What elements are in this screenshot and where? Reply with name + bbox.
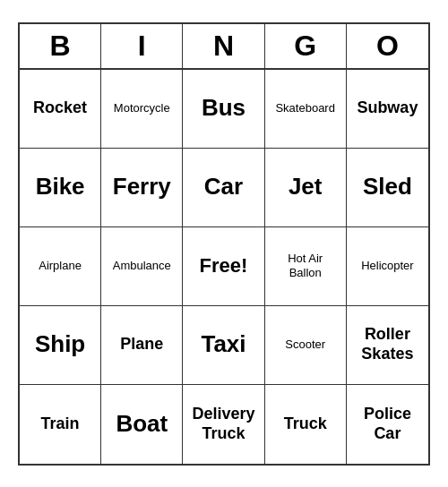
cell-text: Motorcycle [114,101,170,115]
bingo-cell: Jet [265,149,347,227]
bingo-cell: Ambulance [101,227,183,306]
bingo-cell: Train [20,385,101,464]
cell-text: Delivery Truck [192,405,254,443]
bingo-header: BINGO [20,24,428,70]
bingo-grid: RocketMotorcycleBusSkateboardSubwayBikeF… [20,70,428,464]
bingo-cell: Free! [183,227,264,306]
header-letter: N [183,24,264,68]
cell-text: Police Car [364,405,411,443]
bingo-cell: Ferry [101,149,183,227]
header-letter: O [347,24,428,68]
bingo-cell: Boat [101,385,183,464]
cell-text: Hot Air Ballon [288,252,323,279]
bingo-cell: Bus [183,70,264,149]
cell-text: Plane [120,335,163,355]
bingo-cell: Motorcycle [101,70,183,149]
cell-text: Subway [357,98,418,118]
cell-text: Helicopter [361,259,414,273]
cell-text: Sled [363,173,412,201]
bingo-cell: Police Car [347,385,428,464]
bingo-cell: Sled [347,149,428,227]
cell-text: Train [41,414,80,434]
cell-text: Boat [116,410,168,438]
cell-text: Jet [289,173,323,201]
bingo-cell: Roller Skates [347,306,428,385]
cell-text: Airplane [39,259,82,273]
header-letter: B [20,24,101,68]
header-letter: I [101,24,183,68]
bingo-cell: Bike [20,149,101,227]
cell-text: Bike [36,173,85,201]
bingo-card: BINGO RocketMotorcycleBusSkateboardSubwa… [18,22,430,466]
bingo-cell: Helicopter [347,227,428,306]
bingo-cell: Rocket [20,70,101,149]
bingo-cell: Ship [20,306,101,385]
bingo-cell: Airplane [20,227,101,306]
bingo-cell: Delivery Truck [183,385,264,464]
cell-text: Ship [35,330,85,358]
bingo-cell: Plane [101,306,183,385]
cell-text: Roller Skates [361,325,413,363]
cell-text: Bus [202,94,246,122]
cell-text: Scooter [285,337,325,352]
bingo-cell: Skateboard [265,70,347,149]
cell-text: Taxi [201,330,246,358]
bingo-cell: Scooter [265,306,347,385]
cell-text: Ferry [113,173,171,201]
cell-text: Rocket [33,98,87,118]
cell-text: Truck [284,414,327,434]
cell-text: Skateboard [275,101,335,115]
bingo-cell: Taxi [183,306,264,385]
cell-text: Ambulance [113,259,171,273]
bingo-cell: Truck [265,385,347,464]
header-letter: G [265,24,347,68]
bingo-cell: Car [183,149,264,227]
bingo-cell: Hot Air Ballon [265,227,347,306]
cell-text: Free! [200,254,248,278]
bingo-cell: Subway [347,70,428,149]
cell-text: Car [204,173,243,201]
